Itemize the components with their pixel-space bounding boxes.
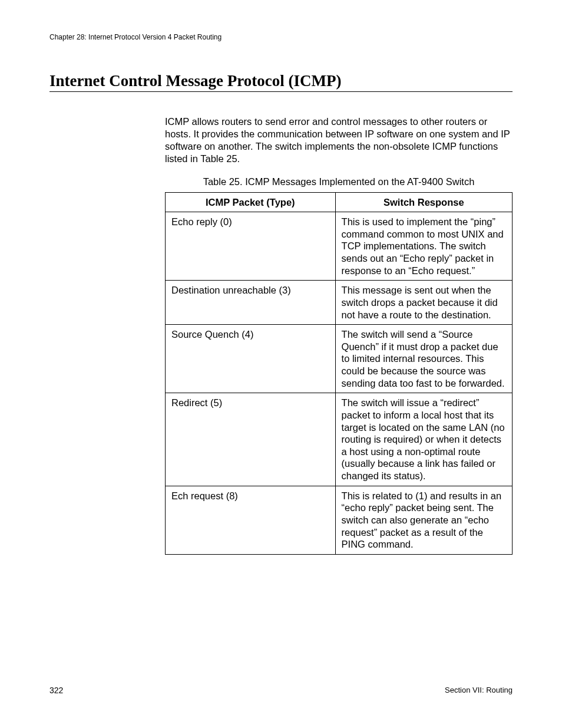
cell-resp: The switch will send a “Source Quench” i… bbox=[335, 325, 512, 393]
page: Chapter 28: Internet Protocol Version 4 … bbox=[0, 0, 562, 728]
cell-type: Ech request (8) bbox=[166, 486, 336, 554]
table-caption: Table 25. ICMP Messages Implemented on t… bbox=[165, 176, 513, 188]
table-header-row: ICMP Packet (Type) Switch Response bbox=[166, 192, 513, 212]
table-row: Echo reply (0) This is used to implement… bbox=[166, 212, 513, 281]
footer-section-label: Section VII: Routing bbox=[445, 686, 513, 695]
body-block: ICMP allows routers to send error and co… bbox=[165, 116, 513, 555]
table-row: Destination unreachable (3) This message… bbox=[166, 281, 513, 325]
cell-type: Source Quench (4) bbox=[166, 325, 336, 393]
cell-resp: This is related to (1) and results in an… bbox=[335, 486, 512, 554]
table-row: Ech request (8) This is related to (1) a… bbox=[166, 486, 513, 554]
section-title: Internet Control Message Protocol (ICMP) bbox=[49, 72, 513, 92]
col-header-type: ICMP Packet (Type) bbox=[166, 192, 336, 212]
intro-paragraph: ICMP allows routers to send error and co… bbox=[165, 116, 513, 165]
cell-type: Destination unreachable (3) bbox=[166, 281, 336, 325]
cell-resp: This is used to implement the “ping” com… bbox=[335, 212, 512, 281]
cell-resp: This message is sent out when the switch… bbox=[335, 281, 512, 325]
table-row: Source Quench (4) The switch will send a… bbox=[166, 325, 513, 393]
running-header: Chapter 28: Internet Protocol Version 4 … bbox=[49, 33, 513, 41]
icmp-table: ICMP Packet (Type) Switch Response Echo … bbox=[165, 192, 513, 555]
cell-type: Redirect (5) bbox=[166, 393, 336, 486]
page-number: 322 bbox=[49, 686, 63, 695]
col-header-response: Switch Response bbox=[335, 192, 512, 212]
cell-type: Echo reply (0) bbox=[166, 212, 336, 281]
page-footer: 322 Section VII: Routing bbox=[49, 686, 513, 695]
cell-resp: The switch will issue a “redirect” packe… bbox=[335, 393, 512, 486]
table-row: Redirect (5) The switch will issue a “re… bbox=[166, 393, 513, 486]
